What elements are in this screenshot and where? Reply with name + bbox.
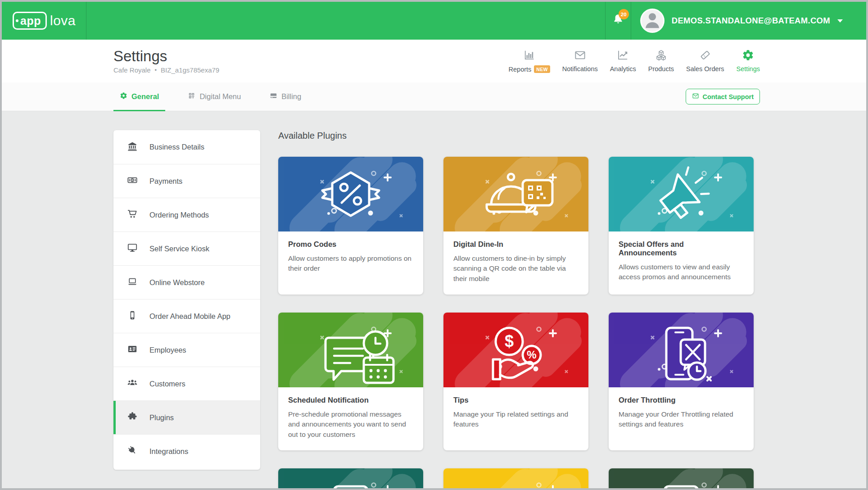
nav-item-reports[interactable]: ReportsNEW <box>509 49 550 73</box>
nav-label-sales-orders: Sales Orders <box>686 65 724 73</box>
notifications-bell-button[interactable]: 20 <box>606 2 631 40</box>
plugin-card-partial-3[interactable] <box>609 468 754 488</box>
sidebar-item-employees[interactable]: Employees <box>113 333 260 367</box>
plugin-card-promo-codes[interactable]: Promo Codes Allow customers to apply pro… <box>278 157 423 295</box>
logo-camera-dot <box>16 19 18 22</box>
sidebar-item-customers[interactable]: Customers <box>113 367 260 400</box>
sidebar-item-ordering-methods[interactable]: Ordering Methods <box>113 198 260 231</box>
nav-item-sales-orders[interactable]: Sales Orders <box>686 49 724 73</box>
tab-general[interactable]: General <box>113 82 165 111</box>
sidebar-item-payments[interactable]: Payments <box>113 164 260 198</box>
plugin-title: Scheduled Notification <box>288 396 413 404</box>
nav-label-products: Products <box>648 65 674 73</box>
topbar: app lova 20 DEMOS.STANDALONE@BATEAM.COM <box>2 2 866 40</box>
nav-label-settings: Settings <box>737 65 760 73</box>
page-header: Settings Cafe Royale • BIZ_a1gs785exa79 … <box>2 40 866 82</box>
sidebar-item-label: Customers <box>149 380 185 388</box>
plugin-card-tips[interactable]: $% Tips Manage your Tip related settings… <box>443 313 588 450</box>
message-calendar-clock-icon <box>278 313 423 387</box>
app-window: app lova 20 DEMOS.STANDALONE@BATEAM.COM … <box>0 0 868 490</box>
nav-label-reports: Reports <box>509 66 532 73</box>
sidebar-item-online-webstore[interactable]: Online Webstore <box>113 265 260 299</box>
logo-text-app: app <box>20 14 41 27</box>
applova-logo[interactable]: app lova <box>2 2 86 40</box>
avatar <box>640 9 665 33</box>
business-name: Cafe Royale <box>113 66 151 74</box>
tab-digital-menu[interactable]: Digital Menu <box>181 82 247 111</box>
cloche-qr-icon <box>443 157 588 231</box>
cubes-icon <box>655 49 667 63</box>
svg-text:$: $ <box>505 332 514 350</box>
sidebar-item-order-ahead-mobile-app[interactable]: Order Ahead Mobile App <box>113 299 260 333</box>
new-badge: NEW <box>534 65 550 73</box>
users-icon <box>127 377 138 390</box>
plugin-card-scheduled-notification[interactable]: Scheduled Notification Pre-schedule prom… <box>278 313 423 450</box>
credit-card-icon <box>270 92 277 101</box>
plugin-title: Promo Codes <box>288 240 413 249</box>
plugin-card-special-offers[interactable]: Special Offers and Announcements Allows … <box>609 157 754 295</box>
sidebar-item-label: Order Ahead Mobile App <box>149 312 231 321</box>
sidebar-item-label: Plugins <box>149 413 174 422</box>
sidebar-item-label: Self Service Kiosk <box>149 245 209 253</box>
sidebar-item-self-service-kiosk[interactable]: Self Service Kiosk <box>113 231 260 265</box>
plugin-description: Allows customers to view and easily acce… <box>619 262 744 282</box>
plugin-title: Tips <box>453 396 579 404</box>
contact-support-button[interactable]: Contact Support <box>686 89 760 104</box>
nav-item-analytics[interactable]: Analytics <box>610 49 636 73</box>
percent-hexagon-icon <box>278 157 423 231</box>
nav-label-notifications: Notifications <box>562 65 598 73</box>
plugin-card-order-throttling[interactable]: Order Throttling Manage your Order Throt… <box>609 313 754 450</box>
sidebar-item-label: Integrations <box>149 447 188 456</box>
plugin-grid: Promo Codes Allow customers to apply pro… <box>278 157 866 488</box>
content-area: Business Details Payments Ordering Metho… <box>2 111 866 488</box>
qr-code-icon <box>188 92 195 101</box>
plugin-description: Pre-schedule promotional messages and an… <box>288 409 413 440</box>
plugin-description: Allow customers to apply promotions on t… <box>288 254 413 274</box>
kiosk-icon <box>278 468 423 488</box>
bar-chart-icon <box>523 49 535 63</box>
envelope-icon <box>574 49 586 63</box>
sidebar-item-plugins[interactable]: Plugins <box>113 400 260 434</box>
sidebar-item-label: Payments <box>149 177 182 186</box>
tab-billing-label: Billing <box>281 92 301 101</box>
ticket-icon <box>699 49 711 63</box>
tab-digital-menu-label: Digital Menu <box>199 92 241 101</box>
business-subtitle: Cafe Royale • BIZ_a1gs785exa79 <box>113 66 219 74</box>
plugin-description: Manage your Tip related settings and fea… <box>453 409 579 430</box>
nav-item-settings[interactable]: Settings <box>737 49 760 73</box>
desktop-icon <box>127 242 138 255</box>
plugin-card-partial-1[interactable] <box>278 468 423 488</box>
money-bill-icon <box>127 175 138 187</box>
plugin-description: Allow customers to dine-in by simply sca… <box>453 254 579 284</box>
nav-item-products[interactable]: Products <box>648 49 674 73</box>
envelope-icon <box>692 92 699 101</box>
plugin-title: Digital Dine-In <box>453 240 579 249</box>
trend-chart-icon <box>617 49 629 63</box>
shopping-cart-icon <box>127 209 138 221</box>
contact-support-label: Contact Support <box>702 93 754 100</box>
plugin-card-digital-dine-in[interactable]: Digital Dine-In Allow customers to dine-… <box>443 157 588 295</box>
plugins-panel: Available Plugins Promo Codes Allow cust… <box>278 130 866 488</box>
laptop-icon <box>127 276 138 289</box>
nav-item-notifications[interactable]: Notifications <box>562 49 598 73</box>
page-title: Settings <box>113 49 219 64</box>
tab-billing[interactable]: Billing <box>263 82 307 111</box>
plug-icon <box>127 445 138 458</box>
sidebar-item-business-details[interactable]: Business Details <box>113 130 260 164</box>
sidebar-item-label: Online Webstore <box>149 278 205 287</box>
sidebar-item-integrations[interactable]: Integrations <box>113 434 260 468</box>
user-email: DEMOS.STANDALONE@BATEAM.COM <box>672 16 830 26</box>
main-nav: ReportsNEW Notifications Analytics Produ… <box>509 49 760 73</box>
tab-bar: General Digital Menu Billing Contact Sup… <box>2 82 866 111</box>
section-title: Available Plugins <box>278 130 866 141</box>
settings-sidebar: Business Details Payments Ordering Metho… <box>113 130 260 470</box>
chevron-down-icon <box>837 19 843 23</box>
dome-icon <box>443 468 588 488</box>
user-menu[interactable]: DEMOS.STANDALONE@BATEAM.COM <box>631 2 866 40</box>
sidebar-item-label: Ordering Methods <box>149 211 209 219</box>
bank-icon <box>127 141 138 154</box>
person-icon <box>642 9 663 32</box>
plugin-card-partial-2[interactable] <box>443 468 588 488</box>
logo-text-lova: lova <box>50 13 76 28</box>
bullet-separator: • <box>155 67 157 73</box>
